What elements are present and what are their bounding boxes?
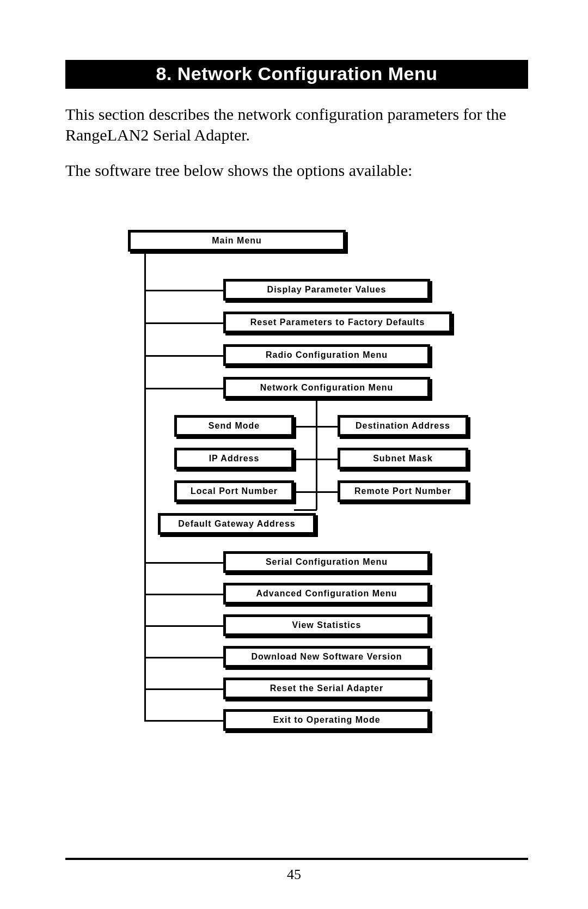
node-advanced-config-menu: Advanced Configuration Menu	[223, 583, 430, 605]
branch-line	[144, 355, 226, 357]
branch-line	[144, 720, 226, 722]
node-view-statistics: View Statistics	[223, 614, 430, 636]
node-ip-address: IP Address	[174, 448, 294, 469]
branch-line	[144, 322, 226, 324]
branch-line	[144, 625, 226, 627]
node-radio-config-menu: Radio Configuration Menu	[223, 344, 430, 366]
node-destination-address: Destination Address	[338, 415, 468, 437]
node-subnet-mask: Subnet Mask	[338, 448, 468, 469]
subtree-branch	[294, 491, 338, 493]
node-network-config-menu: Network Configuration Menu	[223, 377, 430, 399]
node-send-mode: Send Mode	[174, 415, 294, 437]
branch-line	[144, 693, 146, 720]
node-default-gateway-address: Default Gateway Address	[158, 513, 316, 535]
branch-line	[144, 562, 226, 564]
page-number: 45	[0, 867, 588, 883]
node-exit-operating-mode: Exit to Operating Mode	[223, 709, 430, 731]
branch-line	[144, 594, 226, 595]
branch-line	[144, 290, 226, 291]
subtree-branch	[294, 426, 338, 428]
software-tree-diagram: Main Menu Display Parameter Values Reset…	[122, 230, 471, 704]
subtree-trunk	[316, 401, 317, 510]
node-display-parameter-values: Display Parameter Values	[223, 279, 430, 301]
node-main-menu: Main Menu	[128, 230, 346, 252]
subtree-branch	[294, 459, 338, 460]
subtree-branch	[294, 509, 317, 511]
intro-paragraph-2: The software tree below shows the option…	[65, 160, 528, 181]
footer-rule	[65, 858, 528, 860]
node-local-port-number: Local Port Number	[174, 480, 294, 502]
node-reset-factory-defaults: Reset Parameters to Factory Defaults	[223, 312, 452, 333]
section-title: 8. Network Configuration Menu	[65, 60, 528, 89]
branch-line	[144, 688, 226, 690]
node-remote-port-number: Remote Port Number	[338, 480, 468, 502]
branch-line	[144, 657, 226, 658]
node-download-software: Download New Software Version	[223, 646, 430, 668]
node-serial-config-menu: Serial Configuration Menu	[223, 551, 430, 573]
intro-paragraph-1: This section describes the network confi…	[65, 104, 528, 145]
node-reset-serial-adapter: Reset the Serial Adapter	[223, 678, 430, 699]
branch-line	[144, 388, 226, 389]
